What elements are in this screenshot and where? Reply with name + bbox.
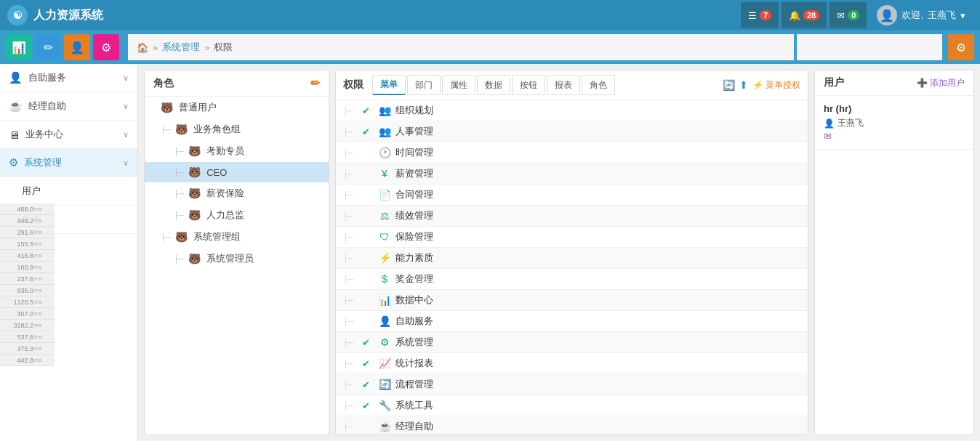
tab-菜单[interactable]: 菜单	[372, 75, 406, 95]
tree-label: 薪资保险	[206, 187, 244, 200]
tree-item[interactable]: ├─🐻CEO	[145, 162, 329, 182]
perm-type-icon: ⚡	[378, 252, 391, 264]
tree-item[interactable]: ├─🐻系统管理员	[145, 248, 329, 270]
refresh-icon[interactable]: 🔄	[723, 79, 735, 91]
arrow-icon4: ∨	[123, 158, 129, 168]
perm-name: 合同管理	[395, 188, 800, 201]
perm-row: ├─ ✔ ⚙ 系统管理	[336, 332, 808, 353]
perms-body: ├─ ✔ 👥 组织规划 ├─ ✔ 👥 人事管理 ├─ 🕐 时间管理 ├─ ¥ 薪…	[336, 100, 808, 434]
perm-row: ├─ 📊 数据中心	[336, 290, 808, 311]
tree-item[interactable]: 🐻普通用户	[145, 97, 329, 118]
perm-row: ├─ ✔ 👥 组织规划	[336, 100, 808, 121]
breadcrumb-item2: 权限	[214, 41, 233, 54]
perm-row: ├─ 🕐 时间管理	[336, 142, 808, 163]
sidebar-item-self-service[interactable]: 👤 自助服务 ∨	[0, 64, 137, 92]
sidebar-item-manager[interactable]: ☕ 经理自助 ∨	[0, 92, 137, 121]
tree-item[interactable]: ├─🐻系统管理组	[145, 226, 329, 248]
perm-type-icon: 🔄	[378, 379, 391, 390]
mail-button[interactable]: ✉ 0	[830, 2, 867, 28]
breadcrumb-item1[interactable]: 系统管理	[162, 41, 200, 54]
mail-badge: 0	[848, 10, 859, 20]
toolbar-btn-share[interactable]: ⚙	[93, 34, 119, 60]
perm-row: ├─ ☕ 经理自助	[336, 416, 808, 434]
tab-按钮[interactable]: 按钮	[512, 75, 545, 95]
check-icon: ✔	[362, 126, 374, 137]
connector-icon: ├─	[343, 107, 358, 115]
edit-icon[interactable]: ✏	[310, 76, 320, 90]
perf-row: 237.6ms	[0, 273, 55, 285]
toolbar-btn-chart[interactable]: 📊	[6, 34, 32, 60]
tab-角色[interactable]: 角色	[582, 75, 615, 95]
perf-unit: ms	[34, 217, 42, 224]
roles-title: 角色	[153, 77, 174, 90]
perf-row: 160.9ms	[0, 262, 55, 273]
breadcrumb: 🏠 » 系统管理 » 权限	[128, 34, 794, 60]
perf-value: 537.6	[3, 333, 33, 341]
header-right: ☰ 7 🔔 28 ✉ 0 👤 欢迎, 王燕飞 ▾	[741, 2, 973, 28]
perf-value: 936.0	[3, 287, 33, 294]
tree-item[interactable]: ├─🐻人力总监	[145, 204, 329, 226]
add-user-button[interactable]: ➕ 添加用户	[917, 77, 965, 89]
tab-报表[interactable]: 报表	[547, 75, 580, 95]
perm-name: 统计报表	[395, 357, 800, 370]
perf-value: 160.9	[3, 264, 33, 271]
perm-name: 人事管理	[395, 125, 800, 138]
perm-name: 组织规划	[395, 104, 800, 117]
tree-connector: ├─	[161, 126, 171, 134]
dropdown-arrow-icon: ▾	[960, 10, 965, 21]
tab-属性[interactable]: 属性	[442, 75, 475, 95]
sidebar-item-business[interactable]: 🖥 业务中心 ∨	[0, 121, 137, 149]
perm-type-icon: 📄	[378, 189, 391, 201]
perf-row: 416.8ms	[0, 250, 55, 262]
sidebar-item-users[interactable]: 用户	[0, 177, 137, 206]
perm-type-icon: $	[378, 273, 391, 285]
tab-部门[interactable]: 部门	[407, 75, 441, 95]
role-icon: 🐻	[161, 102, 173, 113]
roles-tree: 🐻普通用户├─🐻业务角色组├─🐻考勤专员├─🐻CEO├─🐻薪资保险├─🐻人力总监…	[145, 97, 329, 270]
perm-type-icon: ⚙	[378, 336, 391, 348]
connector-icon: ├─	[343, 296, 358, 304]
grant-button[interactable]: ⚡ 菜单授权	[752, 79, 800, 92]
tree-label: 系统管理组	[193, 230, 241, 243]
connector-icon: ├─	[343, 233, 358, 241]
settings-button[interactable]: ⚙	[948, 34, 974, 60]
perm-type-icon: 📈	[378, 357, 391, 369]
users-header: 用户 ➕ 添加用户	[815, 70, 973, 96]
perf-row: 375.9ms	[0, 343, 55, 355]
users-list: hr (hr) 👤 王燕飞 ✉	[815, 96, 973, 150]
tree-item[interactable]: ├─🐻薪资保险	[145, 182, 329, 204]
arrow-icon3: ∨	[123, 130, 129, 139]
tree-item[interactable]: ├─🐻考勤专员	[145, 140, 329, 162]
user-menu[interactable]: 👤 欢迎, 王燕飞 ▾	[869, 2, 973, 28]
tree-label: CEO	[206, 167, 227, 178]
perm-name: 自助服务	[395, 315, 800, 328]
notifications-button[interactable]: 🔔 28	[782, 2, 827, 28]
welcome-text: 欢迎,	[901, 9, 923, 22]
messages-button[interactable]: ☰ 7	[741, 2, 779, 28]
tree-item[interactable]: ├─🐻业务角色组	[145, 118, 329, 140]
tree-label: 系统管理员	[206, 252, 254, 265]
toolbar-btn-user[interactable]: 👤	[64, 34, 90, 60]
perm-row: ├─ ✔ 📈 统计报表	[336, 353, 808, 374]
perm-name: 时间管理	[395, 146, 800, 159]
sidebar-item-system[interactable]: ⚙ 系统管理 ∨	[0, 149, 137, 177]
toolbar-btn-edit[interactable]: ✏	[35, 34, 61, 60]
perm-name: 流程管理	[395, 378, 800, 391]
perf-unit: ms	[34, 206, 42, 212]
perms-header: 权限 菜单部门属性数据按钮报表角色 🔄 ⬆ ⚡ 菜单授权	[336, 70, 808, 100]
connector-icon: ├─	[343, 381, 358, 389]
tree-label: 人力总监	[206, 209, 244, 222]
connector-icon: ├─	[343, 317, 358, 325]
user-name: 王燕飞	[928, 9, 956, 22]
expand-icon[interactable]: ⬆	[739, 79, 748, 91]
tab-数据[interactable]: 数据	[477, 75, 510, 95]
tree-label: 业务角色组	[193, 123, 241, 136]
perf-value: 375.9	[3, 345, 33, 352]
tree-connector: ├─	[174, 211, 184, 219]
perm-name: 数据中心	[395, 294, 800, 307]
perm-type-icon: 👤	[378, 315, 391, 327]
check-icon: ✔	[362, 400, 374, 411]
perf-row: 537.6ms	[0, 331, 55, 343]
sidebar-label-self-service: 自助服务	[28, 71, 117, 84]
monitor-icon: 🖥	[9, 129, 20, 141]
